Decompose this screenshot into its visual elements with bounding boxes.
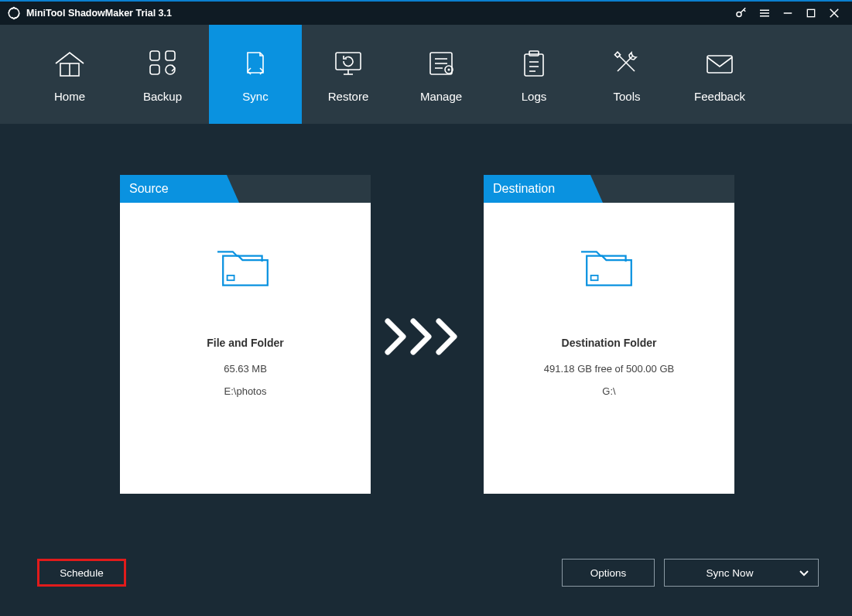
nav-label: Backup	[143, 90, 182, 103]
svg-rect-13	[166, 51, 175, 60]
card-body: File and Folder 65.63 MB E:\photos	[120, 203, 371, 494]
nav-label: Sync	[242, 90, 268, 103]
menu-icon[interactable]	[753, 2, 776, 25]
destination-title: Destination Folder	[562, 337, 657, 349]
options-button[interactable]: Options	[562, 559, 655, 587]
button-label: Sync Now	[707, 567, 754, 579]
backup-icon	[144, 48, 181, 79]
source-card[interactable]: Source File and Folder 65.63 MB E:\photo…	[120, 175, 371, 494]
svg-rect-33	[707, 56, 732, 73]
close-button[interactable]	[823, 2, 846, 25]
app-logo-icon	[6, 5, 22, 21]
nav-label: Restore	[328, 90, 369, 103]
arrows-icon	[384, 317, 469, 356]
home-icon	[51, 48, 88, 79]
nav-logs[interactable]: Logs	[488, 25, 580, 125]
title-bar: MiniTool ShadowMaker Trial 3.1	[0, 0, 852, 25]
source-title: File and Folder	[207, 337, 284, 349]
content-area: Source File and Folder 65.63 MB E:\photo…	[0, 124, 852, 616]
source-path: E:\photos	[224, 385, 267, 397]
svg-rect-25	[529, 51, 539, 56]
button-label: Options	[590, 567, 627, 579]
nav-home[interactable]: Home	[23, 25, 116, 125]
button-label: Schedule	[60, 567, 103, 579]
destination-size: 491.18 GB free of 500.00 GB	[544, 363, 674, 375]
folder-icon	[210, 243, 280, 295]
nav-feedback[interactable]: Feedback	[673, 25, 766, 125]
card-header: Destination	[484, 175, 734, 203]
minimize-button[interactable]	[776, 2, 799, 25]
main-nav: Home Backup Sync Restore Manage Logs T	[0, 25, 852, 125]
svg-rect-7	[807, 9, 814, 16]
card-header-label: Source	[120, 175, 224, 203]
nav-label: Tools	[613, 90, 640, 103]
svg-rect-14	[150, 65, 159, 74]
svg-rect-15	[336, 53, 361, 70]
tools-icon	[608, 48, 645, 79]
svg-rect-24	[525, 54, 543, 76]
manage-icon	[423, 48, 460, 79]
card-header: Source	[120, 175, 371, 203]
nav-label: Home	[54, 90, 85, 103]
maximize-button[interactable]	[799, 2, 823, 25]
nav-backup[interactable]: Backup	[116, 25, 209, 125]
nav-manage[interactable]: Manage	[395, 25, 488, 125]
caret-down-icon	[799, 567, 809, 579]
svg-rect-34	[228, 275, 234, 280]
svg-line-2	[744, 10, 745, 12]
source-size: 65.63 MB	[224, 363, 267, 375]
restore-icon	[330, 48, 367, 79]
svg-rect-12	[150, 51, 159, 60]
nav-label: Logs	[522, 90, 547, 103]
footer-bar: Schedule Options Sync Now	[0, 559, 852, 587]
card-header-label: Destination	[484, 175, 588, 203]
svg-point-0	[737, 12, 741, 17]
nav-label: Manage	[420, 90, 462, 103]
nav-sync[interactable]: Sync	[209, 25, 302, 125]
destination-card[interactable]: Destination Destination Folder 491.18 GB…	[484, 175, 734, 494]
nav-label: Feedback	[694, 90, 745, 103]
feedback-icon	[701, 48, 738, 79]
nav-tools[interactable]: Tools	[580, 25, 673, 125]
card-body: Destination Folder 491.18 GB free of 500…	[484, 203, 734, 494]
nav-restore[interactable]: Restore	[302, 25, 395, 125]
key-icon[interactable]	[730, 2, 753, 25]
destination-path: G:\	[602, 385, 615, 397]
syncnow-button[interactable]: Sync Now	[664, 559, 819, 587]
svg-point-23	[448, 68, 450, 70]
folder-icon	[574, 243, 644, 295]
svg-rect-35	[591, 275, 598, 280]
logs-icon	[515, 48, 553, 79]
sync-icon	[237, 48, 274, 79]
schedule-button[interactable]: Schedule	[37, 559, 126, 587]
app-title: MiniTool ShadowMaker Trial 3.1	[26, 8, 172, 19]
